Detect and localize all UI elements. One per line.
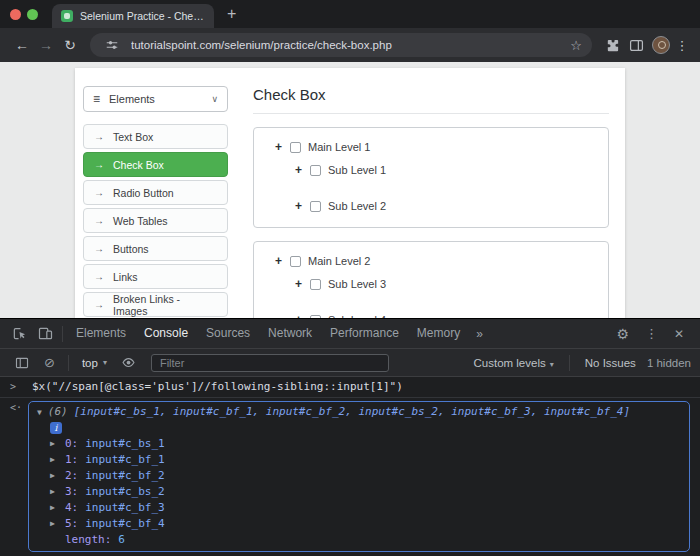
entry-key: 0:: [65, 437, 78, 450]
entry-node-link[interactable]: input#c_bf_4: [85, 517, 164, 530]
expand-toggle-icon[interactable]: +: [274, 254, 283, 268]
expand-triangle-icon[interactable]: ▶: [50, 469, 58, 482]
expand-toggle-icon[interactable]: +: [294, 277, 303, 291]
inspect-element-icon[interactable]: [6, 326, 32, 341]
checkbox-sub-level-2[interactable]: [310, 201, 321, 212]
tree-node-label: Sub Level 3: [328, 278, 386, 290]
clear-console-icon[interactable]: ⊘: [44, 355, 55, 370]
entry-key: 1:: [65, 453, 78, 466]
settings-gear-icon[interactable]: ⚙: [616, 326, 629, 342]
context-selector[interactable]: top ▾: [82, 357, 107, 369]
sidebar-item-label: Web Tables: [113, 215, 167, 227]
elements-menu-header[interactable]: ≡ Elements ∨: [83, 86, 228, 112]
page-viewport: ≡ Elements ∨ → Text Box → Check Box →: [0, 62, 700, 318]
prompt-icon: >: [10, 380, 24, 392]
info-icon[interactable]: i: [50, 422, 62, 434]
tree-node-main-level-1: + Main Level 1: [254, 140, 608, 154]
sidebar-item-radio-button[interactable]: → Radio Button: [83, 180, 228, 205]
side-panel-icon[interactable]: [624, 38, 648, 53]
close-devtools-icon[interactable]: ✕: [674, 327, 684, 341]
browser-tab[interactable]: Selenium Practice - Check Box: [52, 4, 214, 28]
forward-button[interactable]: →: [34, 37, 58, 53]
log-levels-selector[interactable]: Custom levels▾: [474, 357, 554, 369]
console-sidebar-icon[interactable]: [9, 356, 35, 370]
checkbox-sub-level-1[interactable]: [310, 165, 321, 176]
collapse-triangle-icon[interactable]: ▼: [37, 405, 42, 420]
devtools-tab-sources[interactable]: Sources: [197, 319, 259, 348]
expand-toggle-icon[interactable]: +: [294, 163, 303, 177]
entry-node-link[interactable]: input#c_bs_2: [85, 485, 164, 498]
back-button[interactable]: ←: [10, 37, 34, 53]
expand-toggle-icon[interactable]: +: [274, 140, 283, 154]
tree-node-label: Main Level 1: [308, 141, 370, 153]
array-entry-4: ▶ 4: input#c_bf_3: [50, 501, 681, 514]
sidebar-item-broken-links-images[interactable]: → Broken Links - Images: [83, 292, 228, 317]
expand-triangle-icon[interactable]: ▶: [50, 437, 58, 450]
new-tab-button[interactable]: +: [227, 6, 236, 22]
bookmark-star-icon[interactable]: ☆: [570, 38, 582, 53]
browser-menu-icon[interactable]: ⋮: [674, 38, 690, 53]
expand-triangle-icon[interactable]: ▶: [50, 485, 58, 498]
entry-node-link[interactable]: input#c_bf_3: [85, 501, 164, 514]
checkbox-sub-level-4[interactable]: [310, 315, 321, 319]
sidebar-item-text-box[interactable]: → Text Box: [83, 124, 228, 149]
zoom-window-button[interactable]: [27, 9, 38, 20]
checkbox-sub-level-3[interactable]: [310, 279, 321, 290]
elements-menu: ≡ Elements ∨ → Text Box → Check Box →: [83, 86, 228, 318]
devtools-tab-network[interactable]: Network: [259, 319, 321, 348]
entry-node-link[interactable]: input#c_bs_1: [85, 437, 164, 450]
sidebar-item-check-box[interactable]: → Check Box: [83, 152, 228, 177]
tree-node-main-level-2: + Main Level 2: [254, 254, 608, 268]
reload-button[interactable]: ↻: [58, 37, 82, 53]
sidebar-item-label: Check Box: [113, 159, 164, 171]
entry-node-link[interactable]: input#c_bf_1: [85, 453, 164, 466]
expand-toggle-icon[interactable]: +: [294, 313, 303, 318]
site-info-icon[interactable]: [100, 39, 124, 51]
url-text[interactable]: tutorialspoint.com/selenium/practice/che…: [131, 39, 563, 51]
page-content: Check Box + Main Level 1 + Sub Level 1 +: [253, 86, 617, 318]
sidebar-item-links[interactable]: → Links: [83, 264, 228, 289]
array-length-row: length: 6: [50, 533, 681, 546]
address-bar[interactable]: tutorialspoint.com/selenium/practice/che…: [90, 33, 592, 57]
devtools-actions: ⚙ ⋮ ✕: [616, 326, 694, 342]
evaluated-hint-row: i: [50, 422, 681, 434]
tab-title: Selenium Practice - Check Box: [80, 10, 205, 22]
profile-avatar[interactable]: [652, 36, 670, 54]
checkbox-main-level-2[interactable]: [290, 256, 301, 267]
devtools-tab-elements[interactable]: Elements: [67, 319, 135, 348]
array-entry-3: ▶ 3: input#c_bs_2: [50, 485, 681, 498]
checkbox-main-level-1[interactable]: [290, 142, 301, 153]
issues-counter[interactable]: No Issues: [585, 357, 636, 369]
close-window-button[interactable]: [10, 9, 21, 20]
sidebar-item-web-tables[interactable]: → Web Tables: [83, 208, 228, 233]
arrow-right-icon: →: [94, 187, 104, 198]
expand-triangle-icon[interactable]: ▶: [50, 501, 58, 514]
array-summary[interactable]: ▼ (6) [input#c_bs_1, input#c_bf_1, input…: [37, 404, 681, 420]
hidden-messages-count[interactable]: 1 hidden: [647, 357, 691, 369]
extensions-icon[interactable]: [600, 38, 624, 53]
devtools-panel: Elements Console Sources Network Perform…: [0, 318, 700, 556]
expand-triangle-icon[interactable]: ▶: [50, 517, 58, 530]
live-expression-eye-icon[interactable]: [116, 355, 142, 370]
sidebar-item-label: Links: [113, 271, 138, 283]
sidebar-item-label: Broken Links - Images: [113, 293, 217, 317]
expand-triangle-icon[interactable]: ▶: [50, 453, 58, 466]
entry-node-link[interactable]: input#c_bf_2: [85, 469, 164, 482]
selected-result-object[interactable]: ▼ (6) [input#c_bs_1, input#c_bf_1, input…: [28, 401, 690, 552]
device-toolbar-icon[interactable]: [32, 326, 58, 341]
expand-toggle-icon[interactable]: +: [294, 199, 303, 213]
sidebar-item-buttons[interactable]: → Buttons: [83, 236, 228, 261]
divider: [569, 355, 570, 371]
devtools-tab-performance[interactable]: Performance: [321, 319, 408, 348]
devtools-tab-memory[interactable]: Memory: [408, 319, 469, 348]
console-result-row: <· ▼ (6) [input#c_bs_1, input#c_bf_1, in…: [0, 398, 700, 552]
checkbox-tree-panel-2: + Main Level 2 + Sub Level 3 + Sub Level…: [253, 241, 609, 318]
more-tabs-icon[interactable]: »: [469, 327, 490, 341]
array-entry-0: ▶ 0: input#c_bs_1: [50, 437, 681, 450]
browser-toolbar: ← → ↻ tutorialspoint.com/selenium/practi…: [0, 28, 700, 62]
array-entry-1: ▶ 1: input#c_bf_1: [50, 453, 681, 466]
console-filter-input[interactable]: [151, 354, 389, 372]
arrow-right-icon: →: [94, 215, 104, 226]
devtools-menu-icon[interactable]: ⋮: [645, 326, 658, 341]
devtools-tab-console[interactable]: Console: [135, 319, 197, 348]
